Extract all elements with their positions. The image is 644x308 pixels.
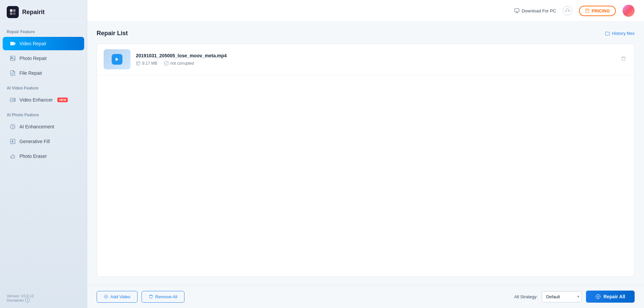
svg-point-6 [11,57,12,58]
table-row: 20191031_205005_lose_moov_meta.mp4 9.17 … [97,44,634,75]
add-circle-icon [104,294,108,299]
sidebar-footer: Version: V3.0.12 Disclaimer i [0,289,87,308]
file-size-item: 9.17 MB [136,61,157,66]
repair-list-title: Repair List [97,30,128,37]
trash-icon [149,294,153,299]
headset-icon [565,8,570,13]
download-for-pc-button[interactable]: Download For PC [514,8,556,13]
file-name: 20191031_205005_lose_moov_meta.mp4 [136,53,614,58]
file-size-value: 9.17 MB [142,61,157,66]
add-video-button[interactable]: Add Video [97,291,138,303]
footer-bar: Add Video Remove All All Strategy: Defau… [87,285,644,308]
size-icon [136,61,141,66]
file-status-item: not corrupted [164,61,194,66]
app-logo-icon [7,6,19,18]
sidebar-item-label-generative-fill: Generative Fill [19,139,50,144]
svg-rect-5 [10,56,15,61]
status-icon [164,61,169,66]
sidebar-item-ai-enhancement[interactable]: AI Enhancement [3,120,84,133]
sidebar-item-photo-repair[interactable]: Photo Repair [3,52,84,65]
svg-point-22 [597,296,599,297]
logo-area[interactable]: Repairit [0,0,87,24]
folder-icon [605,31,610,36]
monitor-icon [514,8,520,13]
video-repair-icon [9,40,16,47]
cart-icon [585,8,590,13]
footer-left: Add Video Remove All [97,291,184,303]
app-name: Repairit [22,9,45,16]
sidebar-item-video-repair[interactable]: Video Repair [3,37,84,50]
header: Download For PC PRICING [87,0,644,22]
ai-enhancement-icon [9,123,16,130]
strategy-select[interactable]: Default Advanced Standard [542,291,582,302]
play-button-icon [112,54,122,65]
file-status-value: not corrupted [170,61,194,66]
sidebar-item-label-video-enhancer: Video Enhancer [19,97,53,103]
sidebar-item-photo-eraser[interactable]: Photo Eraser [3,149,84,163]
strategy-select-wrapper: Default Advanced Standard [542,291,582,302]
section-label-ai-video: AI Video Feature [0,80,87,93]
delete-file-button[interactable] [620,55,628,64]
file-list-container: 20191031_205005_lose_moov_meta.mp4 9.17 … [97,44,635,277]
repair-all-button[interactable]: Repair All [586,291,635,303]
section-label-ai-photo: AI Photo Feature [0,107,87,119]
svg-marker-14 [116,58,118,61]
svg-rect-18 [164,62,168,65]
help-button[interactable] [563,6,572,15]
svg-rect-2 [10,12,12,15]
strategy-label: All Strategy: [514,294,538,299]
pricing-button[interactable]: PRICING [579,6,616,16]
history-files-button[interactable]: History files [605,31,635,36]
content-header: Repair List History files [97,30,635,37]
disclaimer-link[interactable]: Disclaimer i [7,298,80,303]
sidebar-item-file-repair[interactable]: File Repair [3,66,84,80]
section-label-repair: Repair Feature [0,24,87,36]
video-enhancer-icon [9,97,16,103]
generative-fill-icon [9,138,16,145]
footer-right: All Strategy: Default Advanced Standard … [514,291,635,303]
sidebar-item-label-ai-enhancement: AI Enhancement [19,124,54,129]
svg-rect-0 [10,9,12,12]
photo-repair-icon [9,55,16,62]
file-thumbnail [104,49,130,69]
svg-rect-3 [13,12,15,15]
svg-rect-9 [10,98,14,102]
sidebar-item-video-enhancer[interactable]: Video Enhancer NEW [3,93,84,107]
file-repair-icon [9,70,16,76]
file-info: 20191031_205005_lose_moov_meta.mp4 9.17 … [136,53,614,66]
file-meta: 9.17 MB not corrupted [136,61,614,66]
sidebar-item-label-photo-eraser: Photo Eraser [19,153,47,159]
sidebar-item-label-file-repair: File Repair [19,70,42,76]
sidebar-item-label-photo-repair: Photo Repair [19,56,47,61]
disclaimer-info-icon: i [25,298,30,303]
main-area: Download For PC PRICING Repair List [87,0,644,308]
sidebar: Repairit Repair Feature Video Repair Pho… [0,0,87,308]
sidebar-item-generative-fill[interactable]: Generative Fill [3,135,84,148]
content-area: Repair List History files [87,22,644,285]
svg-rect-1 [13,9,15,12]
user-avatar[interactable] [623,5,635,17]
repair-icon [595,294,601,299]
svg-rect-12 [515,9,519,12]
photo-eraser-icon [9,153,16,160]
sidebar-item-label-video-repair: Video Repair [19,41,47,46]
svg-rect-15 [137,62,140,65]
version-text: Version: V3.0.12 [7,294,80,298]
remove-all-button[interactable]: Remove All [142,291,184,303]
new-badge: NEW [57,98,68,102]
svg-rect-4 [10,42,14,46]
